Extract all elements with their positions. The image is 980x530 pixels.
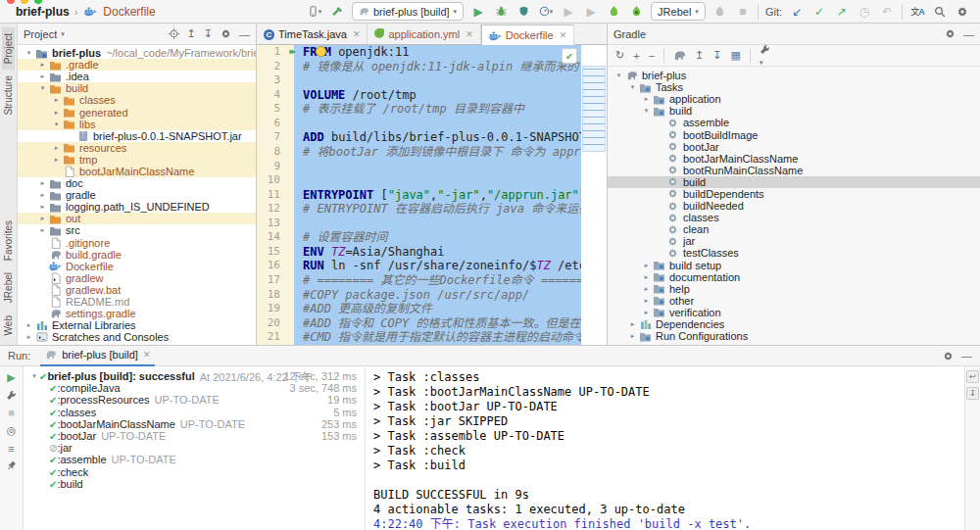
gradle-tree-row[interactable]: buildDependents bbox=[608, 188, 980, 200]
project-tree-row[interactable]: ▸tmp bbox=[18, 154, 256, 166]
project-tree-row[interactable]: .gitignore bbox=[18, 237, 256, 249]
locate-file-button[interactable] bbox=[169, 28, 179, 39]
code-line[interactable]: 14# 设置容器时间 bbox=[257, 230, 607, 245]
project-tree-row[interactable]: ▾build bbox=[18, 82, 256, 94]
pin-tab-button[interactable] bbox=[6, 460, 17, 471]
code-line[interactable]: 9 bbox=[257, 160, 607, 174]
editor-tab-application-yml[interactable]: application.yml✕ bbox=[368, 24, 480, 44]
intention-bulb-icon[interactable] bbox=[316, 46, 326, 57]
build-step-row[interactable]: ✔:compileJava3 sec, 748 ms bbox=[24, 382, 365, 394]
chevron-right-icon[interactable]: ▸ bbox=[627, 320, 638, 328]
project-tree-row[interactable]: gradlew.bat bbox=[18, 284, 256, 296]
gradle-tree-row[interactable]: jar bbox=[608, 235, 980, 247]
panel-settings-gear-icon[interactable] bbox=[220, 28, 231, 39]
search-everywhere-button[interactable] bbox=[932, 3, 948, 21]
translate-button[interactable]: 文A bbox=[909, 3, 925, 21]
gradle-tree-row[interactable]: classes bbox=[608, 212, 980, 223]
jrebel-select[interactable]: JRebel ▾ bbox=[651, 2, 706, 21]
code-line[interactable]: 7ADD build/libs/brief-plus-0.0.1-SNAPSHO… bbox=[257, 130, 607, 145]
chevron-right-icon[interactable]: ▸ bbox=[24, 333, 34, 341]
gradle-tree-row[interactable]: ▸verification bbox=[608, 307, 980, 318]
gradle-tree-row[interactable]: bootRunMainClassName bbox=[608, 165, 980, 176]
editor-tab-timetask-java[interactable]: CTimeTask.java✕ bbox=[257, 24, 368, 44]
build-step-row[interactable]: ✔:assembleUP-TO-DATE bbox=[24, 454, 365, 465]
gradle-tree-row[interactable]: ▸other bbox=[608, 295, 980, 307]
run-config-select[interactable]: brief-plus [build] ▾ bbox=[352, 2, 464, 21]
hide-panel-button[interactable]: — bbox=[961, 350, 972, 361]
rerun-button[interactable]: ▶ bbox=[7, 371, 15, 384]
build-step-row[interactable]: ⊘:jar bbox=[24, 442, 365, 454]
code-line[interactable]: 21#CMD 指令就是用于指定默认的容器主进程的启动命令的。 bbox=[257, 330, 607, 345]
project-tree-row[interactable]: ▸doc bbox=[18, 177, 256, 189]
project-tree-row[interactable]: ▸.gradle bbox=[18, 59, 256, 71]
code-line[interactable]: 10 bbox=[257, 173, 607, 188]
code-line[interactable]: 1▶▶FROM openjdk:11 bbox=[257, 45, 607, 60]
group-tasks-button[interactable]: ▦ bbox=[731, 49, 741, 62]
project-tree-row[interactable]: ▸resources bbox=[18, 142, 256, 154]
coverage-button[interactable] bbox=[515, 3, 531, 21]
tool-stripe-jrebel[interactable]: JRebel bbox=[2, 266, 15, 309]
tool-stripe-structure[interactable]: Structure bbox=[2, 70, 15, 121]
chevron-right-icon[interactable]: ▸ bbox=[641, 262, 652, 269]
inspections-ok-icon[interactable]: ✔ bbox=[562, 48, 577, 64]
git-history-button[interactable]: ◷ bbox=[857, 3, 872, 21]
run-button[interactable]: ▶ bbox=[470, 3, 486, 21]
filter-button[interactable]: ◎ bbox=[7, 424, 17, 437]
chevron-down-icon[interactable]: ▾ bbox=[51, 120, 62, 128]
project-tree-row[interactable]: brief-plus-0.0.1-SNAPSHOT.jar bbox=[18, 130, 256, 142]
collapse-all-button[interactable]: ↧ bbox=[712, 49, 721, 62]
close-icon[interactable]: ✕ bbox=[466, 29, 473, 39]
code-line[interactable]: 19#ADD 更高级的复制文件 bbox=[257, 302, 607, 316]
attach-project-button[interactable]: + bbox=[633, 50, 639, 62]
gradle-tree-row[interactable]: assemble bbox=[608, 117, 980, 128]
chevron-right-icon[interactable]: ▸ bbox=[51, 144, 62, 152]
tool-stripe-web[interactable]: Web bbox=[2, 310, 15, 341]
breadcrumb-project[interactable]: brief-plus bbox=[16, 5, 70, 19]
project-tree-row[interactable]: build.gradle bbox=[18, 249, 256, 261]
close-icon[interactable]: ✕ bbox=[560, 30, 567, 40]
gradle-tree-row[interactable]: ▸Run Configurations bbox=[608, 330, 980, 342]
project-tree-row[interactable]: ▸classes bbox=[18, 94, 256, 106]
close-icon[interactable]: ✕ bbox=[143, 350, 151, 360]
chevron-right-icon[interactable]: ▸ bbox=[37, 72, 48, 80]
chevron-right-icon[interactable]: ▸ bbox=[37, 215, 48, 222]
project-tree-row[interactable]: bootJarMainClassName bbox=[18, 166, 256, 177]
code-line[interactable]: 20#ADD 指令和 COPY 的格式和性质基本一致。但是在 COPY 基 bbox=[257, 316, 607, 331]
project-tree-row[interactable]: ▸External Libraries bbox=[18, 319, 256, 331]
git-rollback-button[interactable]: ↶ bbox=[879, 3, 895, 21]
chevron-right-icon[interactable]: ▸ bbox=[37, 179, 48, 187]
settings-gear-button[interactable] bbox=[955, 3, 970, 21]
gradle-tree-row[interactable]: ▸Dependencies bbox=[608, 318, 980, 330]
debug-button[interactable] bbox=[493, 3, 509, 21]
gradle-tree-row[interactable]: ▾brief-plus bbox=[608, 70, 980, 81]
build-step-row[interactable]: ✔:build bbox=[24, 478, 365, 490]
collapse-all-button[interactable]: ↧ bbox=[204, 27, 213, 40]
chevron-right-icon[interactable]: ▸ bbox=[51, 109, 62, 117]
tool-stripe-favorites[interactable]: Favorites bbox=[2, 215, 15, 266]
project-tree-row[interactable]: ▸gradle bbox=[18, 189, 256, 201]
project-panel-title[interactable]: Project▾ bbox=[24, 28, 65, 40]
expand-all-button[interactable]: ↥ bbox=[695, 49, 704, 62]
project-tree-row[interactable]: Dockerfile bbox=[18, 261, 256, 272]
detach-project-button[interactable]: − bbox=[649, 50, 655, 62]
chevron-right-icon[interactable]: ▸ bbox=[641, 309, 652, 316]
scroll-to-end-button[interactable]: ↧ bbox=[966, 387, 979, 400]
chevron-down-icon[interactable]: ▾ bbox=[37, 84, 48, 92]
build-step-row[interactable]: ▾✔brief-plus [build]: successfulAt 2021/… bbox=[24, 370, 365, 382]
chevron-down-icon[interactable]: ▾ bbox=[641, 107, 652, 115]
gradle-tree-row[interactable]: ▾Tasks bbox=[608, 81, 980, 93]
code-line[interactable]: 2# 镜像是从 openjdk:11-jdk-alpin 继承而来的 bbox=[257, 60, 607, 74]
chevron-right-icon[interactable]: ▸ bbox=[641, 297, 652, 305]
git-update-button[interactable]: ↙ bbox=[789, 3, 805, 21]
build-console[interactable]: > Task :classes> Task :bootJarMainClassN… bbox=[365, 366, 964, 530]
git-push-button[interactable]: ↗ bbox=[834, 3, 850, 21]
code-line[interactable]: 5# 表示挂载了 /root/tmp 目录到容器中 bbox=[257, 102, 607, 117]
code-area[interactable]: ✔ 1▶▶FROM openjdk:112# 镜像是从 openjdk:11-j… bbox=[257, 45, 607, 345]
panel-settings-gear-icon[interactable] bbox=[945, 28, 956, 39]
hide-panel-button[interactable]: — bbox=[963, 28, 974, 40]
project-tree-row[interactable]: settings.gradle bbox=[18, 308, 256, 319]
execute-task-elephant-button[interactable] bbox=[673, 50, 686, 61]
code-line[interactable]: 8# 将bootJar 添加到镜像中根目录下 命令为 apprun.jar bbox=[257, 145, 607, 160]
build-step-row[interactable]: ✔:check bbox=[24, 466, 365, 478]
build-settings-wrench-button[interactable] bbox=[6, 390, 17, 401]
